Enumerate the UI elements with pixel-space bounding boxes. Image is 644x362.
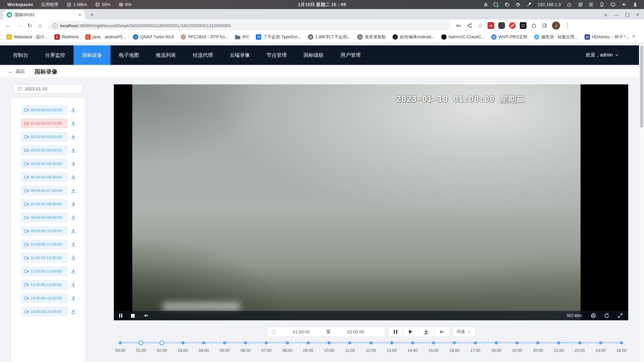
player-refresh-button[interactable] xyxy=(604,313,609,318)
segment-download-button[interactable] xyxy=(71,215,76,220)
time-range-picker[interactable]: 01:00:00 至 02:00:00 xyxy=(267,327,385,337)
back-button[interactable]: ← xyxy=(3,21,13,30)
segment-download-button[interactable] xyxy=(71,134,76,139)
timeline-track[interactable] xyxy=(120,342,622,344)
segment-button[interactable]: 08:00:00-09:00:00 xyxy=(21,213,67,222)
bookmark-item[interactable]: hairrrrr/C-CrashC... xyxy=(438,33,488,41)
new-tab-button[interactable]: + xyxy=(88,10,96,19)
player-stop-button[interactable] xyxy=(131,314,135,318)
segment-button[interactable]: 12:00:00-13:00:00 xyxy=(21,267,67,276)
segment-button[interactable]: 09:00:00-10:00:00 xyxy=(21,226,67,236)
segment-button[interactable]: 05:00:00-06:00:00 xyxy=(21,172,67,182)
reload-button[interactable]: ↻ xyxy=(25,21,34,30)
nav-menu-item[interactable]: 分屏监控 xyxy=(37,45,74,65)
segment-download-button[interactable] xyxy=(71,188,76,193)
segment-button[interactable]: 11:00:00-12:00:00 xyxy=(21,253,67,263)
nav-menu-item[interactable]: 推流列表 xyxy=(147,45,184,65)
speed-button[interactable]: 倍速 xyxy=(452,327,475,337)
nav-menu-item[interactable]: 国标设备 xyxy=(74,45,110,65)
site-info-icon[interactable]: i xyxy=(52,23,57,28)
url-box[interactable]: i localhost:38080/#/gbRecordDetail/34020… xyxy=(48,21,451,30)
snapshot-button[interactable] xyxy=(591,313,596,318)
network-speed-indicator[interactable]: 1 MB/s xyxy=(64,0,89,9)
segment-download-button[interactable] xyxy=(71,242,76,247)
bookmark-item[interactable]: ⊕ 1.8W字|了不起的... xyxy=(305,33,354,41)
extension-dark-icon[interactable] xyxy=(498,22,505,29)
segment-download-button[interactable] xyxy=(71,295,76,300)
bookmark-item[interactable]: 如何编译Android... xyxy=(389,33,438,41)
back-link[interactable]: ← 返回 xyxy=(8,69,25,75)
bookmark-star-icon[interactable]: ☆ xyxy=(475,21,485,30)
bookmark-item[interactable]: ≋ Webstack - 设计... xyxy=(3,33,51,41)
segment-download-button[interactable] xyxy=(71,228,76,233)
nav-menu-item[interactable]: 国标级联 xyxy=(295,45,332,65)
tab-search-chevron-icon[interactable]: ∨ xyxy=(604,12,607,17)
color-picker-tray-icon[interactable] xyxy=(523,0,535,9)
clock[interactable]: 1月10日 星期二 15：09 xyxy=(298,2,346,8)
pause-button[interactable] xyxy=(388,327,403,337)
download-button[interactable] xyxy=(419,327,434,337)
player-pause-button[interactable] xyxy=(119,314,122,318)
segment-download-button[interactable] xyxy=(71,174,76,179)
seek-back-button[interactable] xyxy=(434,327,450,337)
clipboard-tray-icon[interactable] xyxy=(501,0,512,9)
extension-js-icon[interactable]: JS xyxy=(488,22,494,29)
segment-button[interactable]: 00:00:00-01:00:00 xyxy=(21,105,67,115)
bing-tray-icon[interactable]: b xyxy=(481,0,490,9)
page-scrollbar[interactable] xyxy=(639,45,644,362)
bookmark-item[interactable]: R Redmine xyxy=(51,33,82,41)
browser-tab[interactable]: 国标28181 × xyxy=(3,10,85,19)
windows-tray-icon[interactable] xyxy=(575,0,586,9)
nav-menu-item[interactable]: 用户管理 xyxy=(332,45,369,65)
forward-button[interactable]: → xyxy=(14,21,24,30)
segment-button[interactable]: 04:00:00-05:00:00 xyxy=(21,159,67,168)
memory-usage-indicator[interactable]: 8% xyxy=(116,0,134,9)
segment-button[interactable]: 13:00:00-14:00:00 xyxy=(21,280,67,289)
bookmarks-overflow-chevron[interactable]: » xyxy=(628,33,639,39)
profile-avatar[interactable]: J xyxy=(552,22,560,30)
segment-download-button[interactable] xyxy=(71,161,76,166)
segment-download-button[interactable] xyxy=(71,309,76,314)
tab-close-icon[interactable]: × xyxy=(78,12,82,17)
segment-download-button[interactable] xyxy=(71,282,76,287)
nav-menu-item[interactable]: 拉流代理 xyxy=(184,45,221,65)
bookmark-item[interactable]: ⊕ 免登录复制 xyxy=(354,33,389,41)
segment-button[interactable]: 10:00:00-11:00:00 xyxy=(21,240,67,249)
cpu-usage-indicator[interactable]: 39% xyxy=(92,0,113,9)
date-picker[interactable] xyxy=(13,84,83,93)
app-tray-icon[interactable] xyxy=(490,0,501,9)
segment-download-button[interactable] xyxy=(71,148,76,153)
nav-menu-item[interactable]: 云端录像 xyxy=(221,45,258,65)
input-method-indicator[interactable]: 英 xyxy=(586,0,596,9)
nav-menu-item[interactable]: 电子地图 xyxy=(110,45,147,65)
share-icon[interactable] xyxy=(465,21,474,30)
extension-blocker-icon[interactable] xyxy=(509,22,516,29)
segment-button[interactable]: 15:00:00-15:09:47 xyxy=(21,307,67,316)
play-button[interactable] xyxy=(403,327,419,337)
password-key-icon[interactable] xyxy=(454,21,463,30)
window-minimize-button[interactable]: — xyxy=(614,12,619,17)
bookmark-item[interactable]: C java、android可... xyxy=(82,33,129,41)
bookmark-item[interactable]: IPC xyxy=(232,33,252,41)
browser-menu-icon[interactable]: ⋮ xyxy=(563,21,572,30)
phone-link-tray-icon[interactable] xyxy=(596,0,607,9)
segment-button[interactable]: 06:00:00-07:00:00 xyxy=(21,186,67,195)
segment-button[interactable]: 02:00:00-03:00:00 xyxy=(21,132,67,142)
segment-download-button[interactable] xyxy=(71,201,76,206)
segment-download-button[interactable] xyxy=(71,269,76,274)
user-menu[interactable]: 欢迎，admin xyxy=(586,45,629,65)
bookmark-item[interactable]: 知 了不起的 TypeScri... xyxy=(253,33,304,41)
bookmark-item[interactable]: N HDAtmos :: 种子 *... xyxy=(582,33,632,41)
beverage-tray-icon[interactable] xyxy=(512,0,523,9)
fullscreen-button[interactable] xyxy=(617,313,623,318)
browser-home-button[interactable]: ⌂ xyxy=(36,21,45,30)
segment-download-button[interactable] xyxy=(71,107,76,112)
window-close-button[interactable]: × xyxy=(636,11,639,18)
applications-button[interactable]: 应用程序 xyxy=(38,0,61,9)
display-tray-icon[interactable] xyxy=(607,0,618,9)
home-tray-icon[interactable] xyxy=(564,0,575,9)
side-panel-icon[interactable] xyxy=(540,21,549,30)
date-input[interactable] xyxy=(25,86,65,91)
start-time-value[interactable]: 01:00:00 xyxy=(276,329,326,334)
timeline-handle-start[interactable] xyxy=(139,340,143,345)
